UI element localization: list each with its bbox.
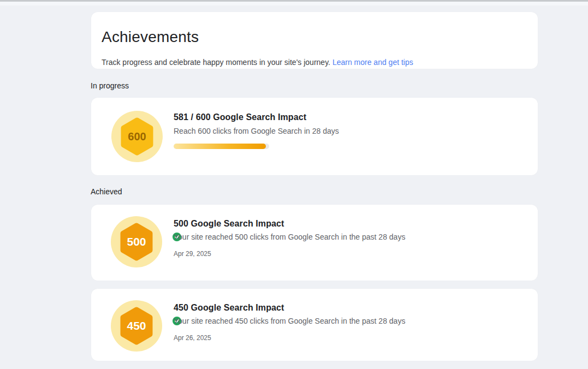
page-title: Achievements [102,28,199,46]
achievements-header-card: Achievements Track progress and celebrat… [91,12,538,69]
achievement-description: Your site reached 450 clicks from Google… [174,317,405,325]
badge-number: 600 [111,111,163,162]
badge-number: 500 [111,216,162,267]
achievement-title: 581 / 600 Google Search Impact [174,112,306,122]
achievement-description: Reach 600 clicks from Google Search in 2… [174,127,339,135]
achievement-title: 450 Google Search Impact [174,303,284,313]
achievement-badge-500: 500 [111,216,162,267]
achievement-description: Your site reached 500 clicks from Google… [174,233,405,241]
achievement-badge-450: 450 [111,300,162,352]
progress-bar-track [174,144,269,149]
achievement-badge-600: 600 [111,111,163,162]
progress-bar-fill [174,144,266,149]
achievement-date: Apr 29, 2025 [174,250,211,258]
achievement-date: Apr 26, 2025 [174,334,211,342]
section-label-achieved: Achieved [91,187,122,196]
page-subtitle-text: Track progress and celebrate happy momen… [102,58,330,67]
toolbar-bottom-strip [0,2,588,5]
achievement-card-in-progress: 600 581 / 600 Google Search Impact Reach… [91,98,538,175]
achievement-title: 500 Google Search Impact [174,219,284,229]
page-subtitle: Track progress and celebrate happy momen… [102,58,413,67]
achievement-card-500[interactable]: 500 500 Google Search Impact Your site r… [91,205,538,281]
section-label-in-progress: In progress [91,81,129,90]
achievement-card-450[interactable]: 450 450 Google Search Impact Your site r… [91,289,538,361]
learn-more-link[interactable]: Learn more and get tips [332,58,413,67]
badge-number: 450 [111,300,162,352]
